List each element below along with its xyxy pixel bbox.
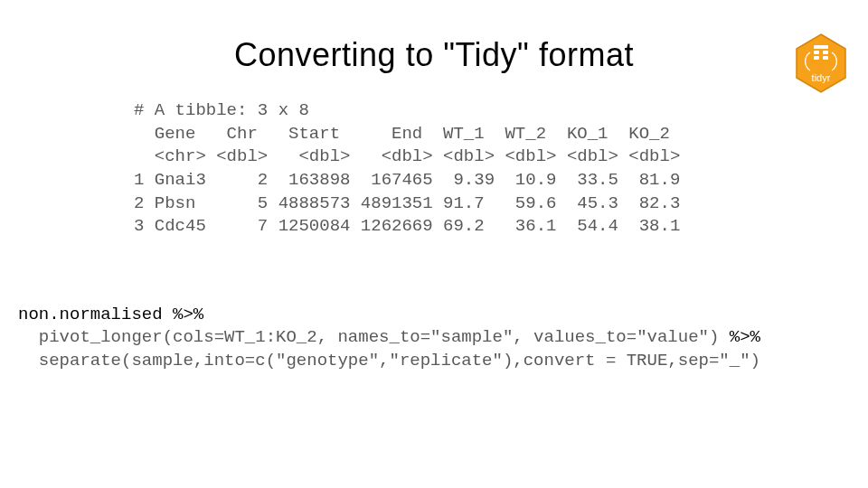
code-args-2: (sample,into=c("genotype","replicate"),c… [121,351,760,371]
tidyr-logo: tidyr [794,33,848,94]
svg-rect-3 [823,51,828,54]
svg-text:tidyr: tidyr [812,72,831,83]
code-snippet: non.normalised %>% pivot_longer(cols=WT_… [18,304,868,373]
svg-rect-1 [814,45,828,49]
svg-rect-5 [823,56,828,60]
svg-rect-4 [814,56,819,60]
page-title: Converting to "Tidy" format [0,36,868,74]
tibble-columns: Gene Chr Start End WT_1 WT_2 KO_1 KO_2 [134,124,670,144]
tibble-output: # A tibble: 3 x 8 Gene Chr Start End WT_… [134,99,868,239]
tibble-header: # A tibble: 3 x 8 [134,100,309,120]
tibble-types: <chr> <dbl> <dbl> <dbl> <dbl> <dbl> <dbl… [134,146,680,166]
tibble-row-2: 2 Pbsn 5 4888573 4891351 91.7 59.6 45.3 … [134,193,680,213]
code-object: non.normalised [18,305,173,324]
code-func-pivot-longer: pivot_longer [18,327,163,347]
pipe-operator: %>% [173,305,203,324]
pipe-operator: %>% [730,327,760,347]
tibble-row-1: 1 Gnai3 2 163898 167465 9.39 10.9 33.5 8… [134,170,680,190]
svg-rect-2 [814,51,819,54]
svg-marker-0 [797,34,845,92]
code-func-separate: separate [18,351,121,371]
code-args-1: (cols=WT_1:KO_2, names_to="sample", valu… [163,327,730,347]
tibble-row-3: 3 Cdc45 7 1250084 1262669 69.2 36.1 54.4… [134,216,680,236]
